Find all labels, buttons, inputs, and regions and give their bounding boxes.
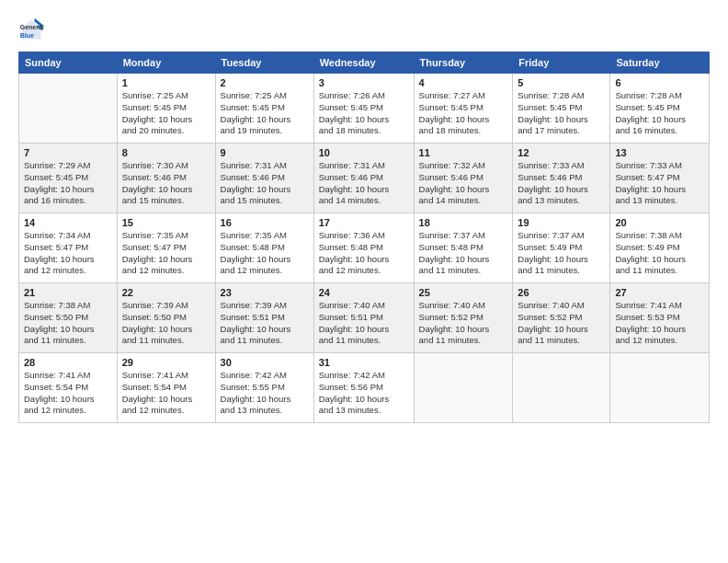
day-number: 19 bbox=[518, 217, 605, 228]
day-number: 3 bbox=[319, 77, 409, 88]
day-number: 28 bbox=[24, 357, 112, 368]
day-info: Sunrise: 7:28 AMSunset: 5:45 PMDaylight:… bbox=[615, 90, 704, 137]
weekday-header-row: SundayMondayTuesdayWednesdayThursdayFrid… bbox=[19, 52, 710, 74]
calendar-cell bbox=[19, 74, 118, 144]
calendar-week-5: 28Sunrise: 7:41 AMSunset: 5:54 PMDayligh… bbox=[19, 353, 710, 423]
header: General Blue bbox=[18, 17, 710, 42]
day-number: 2 bbox=[221, 77, 309, 88]
calendar-cell: 5Sunrise: 7:28 AMSunset: 5:45 PMDaylight… bbox=[513, 74, 610, 144]
day-number: 26 bbox=[518, 287, 605, 298]
calendar-cell: 18Sunrise: 7:37 AMSunset: 5:48 PMDayligh… bbox=[414, 213, 513, 283]
day-info: Sunrise: 7:33 AMSunset: 5:47 PMDaylight:… bbox=[615, 160, 704, 207]
calendar-cell: 29Sunrise: 7:41 AMSunset: 5:54 PMDayligh… bbox=[117, 353, 215, 423]
calendar-cell: 12Sunrise: 7:33 AMSunset: 5:46 PMDayligh… bbox=[513, 144, 610, 213]
calendar-table: SundayMondayTuesdayWednesdayThursdayFrid… bbox=[18, 52, 710, 423]
weekday-header-saturday: Saturday bbox=[610, 52, 710, 74]
day-number: 9 bbox=[221, 147, 309, 158]
day-number: 30 bbox=[221, 357, 309, 368]
day-number: 23 bbox=[221, 287, 309, 298]
day-number: 31 bbox=[319, 357, 409, 368]
calendar-cell bbox=[414, 353, 513, 423]
day-info: Sunrise: 7:35 AMSunset: 5:48 PMDaylight:… bbox=[221, 230, 309, 277]
calendar-cell: 28Sunrise: 7:41 AMSunset: 5:54 PMDayligh… bbox=[19, 353, 118, 423]
day-info: Sunrise: 7:26 AMSunset: 5:45 PMDaylight:… bbox=[319, 90, 409, 137]
weekday-header-monday: Monday bbox=[117, 52, 215, 74]
day-number: 4 bbox=[419, 77, 508, 88]
calendar-cell: 1Sunrise: 7:25 AMSunset: 5:45 PMDaylight… bbox=[117, 74, 215, 144]
calendar-week-1: 1Sunrise: 7:25 AMSunset: 5:45 PMDaylight… bbox=[19, 74, 710, 144]
weekday-header-thursday: Thursday bbox=[414, 52, 513, 74]
day-number: 7 bbox=[24, 147, 112, 158]
calendar-cell: 15Sunrise: 7:35 AMSunset: 5:47 PMDayligh… bbox=[117, 213, 215, 283]
day-number: 18 bbox=[419, 217, 508, 228]
day-info: Sunrise: 7:37 AMSunset: 5:49 PMDaylight:… bbox=[518, 230, 605, 277]
day-info: Sunrise: 7:29 AMSunset: 5:45 PMDaylight:… bbox=[24, 160, 112, 207]
day-info: Sunrise: 7:36 AMSunset: 5:48 PMDaylight:… bbox=[319, 230, 409, 277]
day-number: 20 bbox=[615, 217, 704, 228]
day-info: Sunrise: 7:41 AMSunset: 5:54 PMDaylight:… bbox=[24, 370, 112, 417]
day-info: Sunrise: 7:30 AMSunset: 5:46 PMDaylight:… bbox=[122, 160, 210, 207]
day-info: Sunrise: 7:31 AMSunset: 5:46 PMDaylight:… bbox=[221, 160, 309, 207]
day-number: 8 bbox=[122, 147, 210, 158]
day-number: 27 bbox=[615, 287, 704, 298]
day-number: 21 bbox=[24, 287, 112, 298]
day-info: Sunrise: 7:42 AMSunset: 5:55 PMDaylight:… bbox=[221, 370, 309, 417]
calendar-cell: 31Sunrise: 7:42 AMSunset: 5:56 PMDayligh… bbox=[313, 353, 414, 423]
svg-text:General: General bbox=[20, 24, 44, 30]
calendar-cell: 10Sunrise: 7:31 AMSunset: 5:46 PMDayligh… bbox=[313, 144, 414, 213]
logo: General Blue bbox=[18, 17, 44, 42]
calendar-week-4: 21Sunrise: 7:38 AMSunset: 5:50 PMDayligh… bbox=[19, 283, 710, 353]
svg-text:Blue: Blue bbox=[20, 32, 34, 39]
calendar-cell bbox=[513, 353, 610, 423]
day-number: 24 bbox=[319, 287, 409, 298]
calendar-cell: 14Sunrise: 7:34 AMSunset: 5:47 PMDayligh… bbox=[19, 213, 118, 283]
calendar-cell: 27Sunrise: 7:41 AMSunset: 5:53 PMDayligh… bbox=[610, 283, 710, 353]
day-info: Sunrise: 7:35 AMSunset: 5:47 PMDaylight:… bbox=[122, 230, 210, 277]
day-info: Sunrise: 7:33 AMSunset: 5:46 PMDaylight:… bbox=[518, 160, 605, 207]
day-info: Sunrise: 7:39 AMSunset: 5:50 PMDaylight:… bbox=[122, 300, 210, 347]
calendar-cell: 21Sunrise: 7:38 AMSunset: 5:50 PMDayligh… bbox=[19, 283, 118, 353]
day-info: Sunrise: 7:25 AMSunset: 5:45 PMDaylight:… bbox=[122, 90, 210, 137]
day-number: 22 bbox=[122, 287, 210, 298]
day-info: Sunrise: 7:31 AMSunset: 5:46 PMDaylight:… bbox=[319, 160, 409, 207]
day-info: Sunrise: 7:42 AMSunset: 5:56 PMDaylight:… bbox=[319, 370, 409, 417]
calendar-cell: 9Sunrise: 7:31 AMSunset: 5:46 PMDaylight… bbox=[215, 144, 313, 213]
weekday-header-wednesday: Wednesday bbox=[313, 52, 414, 74]
calendar-cell: 22Sunrise: 7:39 AMSunset: 5:50 PMDayligh… bbox=[117, 283, 215, 353]
day-info: Sunrise: 7:25 AMSunset: 5:45 PMDaylight:… bbox=[221, 90, 309, 137]
calendar-cell: 13Sunrise: 7:33 AMSunset: 5:47 PMDayligh… bbox=[610, 144, 710, 213]
day-info: Sunrise: 7:41 AMSunset: 5:54 PMDaylight:… bbox=[122, 370, 210, 417]
calendar-week-3: 14Sunrise: 7:34 AMSunset: 5:47 PMDayligh… bbox=[19, 213, 710, 283]
calendar-cell: 30Sunrise: 7:42 AMSunset: 5:55 PMDayligh… bbox=[215, 353, 313, 423]
weekday-header-tuesday: Tuesday bbox=[215, 52, 313, 74]
day-number: 11 bbox=[419, 147, 508, 158]
day-info: Sunrise: 7:28 AMSunset: 5:45 PMDaylight:… bbox=[518, 90, 605, 137]
day-number: 17 bbox=[319, 217, 409, 228]
day-info: Sunrise: 7:38 AMSunset: 5:49 PMDaylight:… bbox=[615, 230, 704, 277]
calendar-cell: 24Sunrise: 7:40 AMSunset: 5:51 PMDayligh… bbox=[313, 283, 414, 353]
day-info: Sunrise: 7:40 AMSunset: 5:51 PMDaylight:… bbox=[319, 300, 409, 347]
calendar-cell: 3Sunrise: 7:26 AMSunset: 5:45 PMDaylight… bbox=[313, 74, 414, 144]
calendar-cell: 20Sunrise: 7:38 AMSunset: 5:49 PMDayligh… bbox=[610, 213, 710, 283]
day-number: 12 bbox=[518, 147, 605, 158]
day-number: 6 bbox=[615, 77, 704, 88]
day-number: 5 bbox=[518, 77, 605, 88]
calendar-cell: 17Sunrise: 7:36 AMSunset: 5:48 PMDayligh… bbox=[313, 213, 414, 283]
calendar-cell: 8Sunrise: 7:30 AMSunset: 5:46 PMDaylight… bbox=[117, 144, 215, 213]
calendar-cell: 11Sunrise: 7:32 AMSunset: 5:46 PMDayligh… bbox=[414, 144, 513, 213]
day-number: 25 bbox=[419, 287, 508, 298]
calendar-cell: 19Sunrise: 7:37 AMSunset: 5:49 PMDayligh… bbox=[513, 213, 610, 283]
calendar-cell: 6Sunrise: 7:28 AMSunset: 5:45 PMDaylight… bbox=[610, 74, 710, 144]
calendar-week-2: 7Sunrise: 7:29 AMSunset: 5:45 PMDaylight… bbox=[19, 144, 710, 213]
calendar-cell: 4Sunrise: 7:27 AMSunset: 5:45 PMDaylight… bbox=[414, 74, 513, 144]
day-number: 13 bbox=[615, 147, 704, 158]
day-info: Sunrise: 7:40 AMSunset: 5:52 PMDaylight:… bbox=[518, 300, 605, 347]
weekday-header-sunday: Sunday bbox=[19, 52, 118, 74]
day-info: Sunrise: 7:34 AMSunset: 5:47 PMDaylight:… bbox=[24, 230, 112, 277]
day-info: Sunrise: 7:32 AMSunset: 5:46 PMDaylight:… bbox=[419, 160, 508, 207]
day-info: Sunrise: 7:39 AMSunset: 5:51 PMDaylight:… bbox=[221, 300, 309, 347]
calendar-cell: 2Sunrise: 7:25 AMSunset: 5:45 PMDaylight… bbox=[215, 74, 313, 144]
day-number: 10 bbox=[319, 147, 409, 158]
day-number: 15 bbox=[122, 217, 210, 228]
day-info: Sunrise: 7:40 AMSunset: 5:52 PMDaylight:… bbox=[419, 300, 508, 347]
